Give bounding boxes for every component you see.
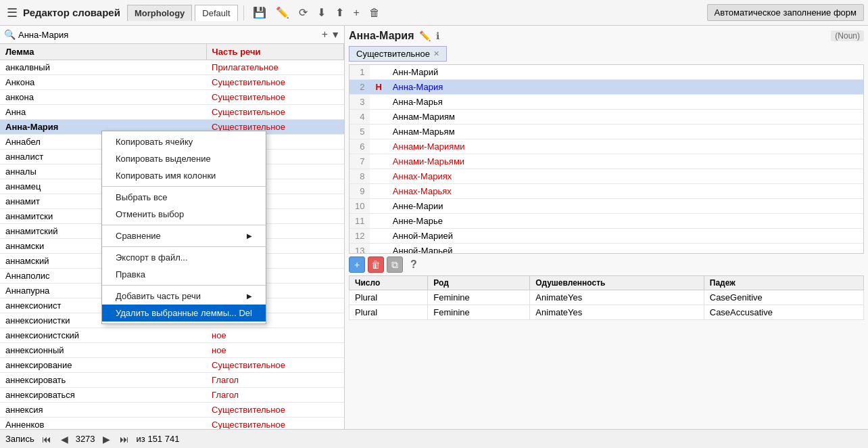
form-row[interactable]: 8Аннах-Мариях [349,169,863,184]
nav-last-button[interactable]: ⏭ [118,433,131,445]
form-value: Анна-Мария [387,80,863,95]
props-cell: AnimateYes [530,305,704,320]
table-row[interactable]: аннексироватьГлагол [0,373,344,388]
upload-button[interactable]: ⬆ [332,4,347,21]
cell-pos: Прилагательное [206,60,343,75]
toolbar: ☰ Редактор словарей Morphology Default 💾… [0,0,868,26]
edit-button[interactable]: ✏️ [272,4,293,21]
table-row[interactable]: аннексионистскийное [0,328,344,343]
form-row-num: 6 [349,139,370,154]
col-header-lemma: Лемма [0,44,206,60]
download-button[interactable]: ⬇ [314,4,329,21]
table-row[interactable]: АнненковСуществительное [0,418,344,430]
help-button[interactable]: ? [406,256,422,273]
form-value: Аннами-Мариями [387,139,863,154]
form-row-num: 12 [349,229,370,244]
table-row[interactable]: аннексироватьсяГлагол [0,388,344,403]
form-value: Анн-Марий [387,65,863,80]
form-row[interactable]: 12Анной-Марией [349,229,863,244]
cell-pos: Существительное [206,418,343,430]
nav-prev-button[interactable]: ◀ [59,433,70,445]
forms-container[interactable]: 1Анн-Марий2HАнна-Мария3Анна-Марья4Аннам-… [349,64,864,254]
tab-label: Существительное [356,49,430,59]
props-table: ЧислоРодОдушевленностьПадеж PluralFemini… [349,275,864,320]
table-row[interactable]: АнконаСуществительное [0,75,344,90]
context-menu-item[interactable]: Добавить часть речи▶ [102,288,266,305]
form-row-num: 5 [349,125,370,139]
table-row[interactable]: аннексияСуществительное [0,403,344,418]
props-col-header: Род [428,276,530,290]
save-button[interactable]: 💾 [249,4,270,21]
form-row[interactable]: 1Анн-Марий [349,65,863,80]
add-form-button[interactable]: + [349,256,365,273]
table-row[interactable]: аннексированиеСуществительное [0,358,344,373]
menu-item-label: Экспорт в файл... [116,252,188,263]
context-menu-item[interactable]: Сравнение▶ [102,227,266,244]
right-edit-icon[interactable]: ✏️ [419,30,431,41]
props-cell: Feminine [428,290,530,305]
table-row[interactable]: анконаСуществительное [0,90,344,105]
copy-form-button[interactable]: ⧉ [387,256,403,273]
context-menu-item[interactable]: Копировать имя колонки [102,167,266,184]
nav-first-button[interactable]: ⏮ [40,433,53,445]
table-row[interactable]: АннаСуществительное [0,105,344,120]
context-menu-item[interactable]: Копировать выделение [102,150,266,167]
search-add-button[interactable]: + [322,28,328,41]
tab-close-icon[interactable]: ✕ [433,49,439,58]
form-row[interactable]: 4Аннам-Мариям [349,110,863,125]
menu-item-label: Выбрать все [116,192,167,202]
add-button[interactable]: + [350,5,363,21]
context-menu-item[interactable]: Копировать ячейку [102,133,266,150]
form-row-marker [370,244,387,254]
context-menu-item[interactable]: Экспорт в файл... [102,249,266,266]
table-row[interactable]: анкалвныйПрилагательное [0,60,344,75]
form-row[interactable]: 11Анне-Марье [349,214,863,229]
props-col-header: Одушевленность [530,276,704,290]
form-row[interactable]: 6Аннами-Мариями [349,139,863,154]
tab-morphology[interactable]: Morphology [127,5,192,21]
right-info-icon[interactable]: ℹ [436,30,439,41]
form-row-num: 4 [349,110,370,125]
form-value: Анной-Марией [387,229,863,244]
menu-separator [102,225,266,225]
form-row-num: 9 [349,184,370,199]
form-row[interactable]: 9Аннах-Марьях [349,184,863,199]
record-number: 3273 [76,434,95,444]
table-row[interactable]: аннексионныйное [0,343,344,358]
props-cell: AnimateYes [530,290,704,305]
form-row[interactable]: 13Анной-Марьей [349,244,863,254]
tab-substantive[interactable]: Существительное ✕ [349,46,447,62]
tab-default[interactable]: Default [195,5,237,21]
cell-lemma: аннексионистский [0,328,206,343]
context-menu-item[interactable]: Правка [102,266,266,283]
props-row: PluralFeminineAnimateYesCaseGenitive [349,290,864,305]
form-row-marker [370,229,387,244]
form-value: Аннах-Марьях [387,184,863,199]
menu-icon[interactable]: ☰ [4,5,20,20]
form-row[interactable]: 3Анна-Марья [349,95,863,110]
menu-item-label: Правка [116,269,145,279]
search-filter-button[interactable]: ▼ [331,29,340,40]
cell-pos: ное [206,328,343,343]
nav-next-button[interactable]: ▶ [101,433,112,445]
context-menu-item[interactable]: Выбрать все [102,189,266,206]
form-row-marker: H [370,80,387,95]
refresh-button[interactable]: ⟳ [295,4,311,21]
menu-item-label: Добавить часть речи [116,291,201,301]
search-input[interactable] [18,30,319,40]
form-row-marker [370,214,387,229]
context-menu-item[interactable]: Отменить выбор [102,206,266,223]
form-row[interactable]: 2HАнна-Мария [349,80,863,95]
form-row-num: 11 [349,214,370,229]
form-row[interactable]: 7Аннами-Марьями [349,154,863,169]
props-col-header: Число [349,276,428,290]
context-menu-item[interactable]: Удалить выбранные леммы... Del [102,305,266,321]
form-row-num: 1 [349,65,370,80]
cell-pos: Глагол [206,388,343,403]
form-row[interactable]: 5Аннам-Марьям [349,125,863,139]
form-value: Анна-Марья [387,95,863,110]
delete-form-button[interactable]: 🗑 [368,256,384,273]
form-row[interactable]: 10Анне-Марии [349,199,863,214]
autofill-button[interactable]: Автоматическое заполнение форм [707,4,864,21]
delete-button[interactable]: 🗑 [366,5,383,21]
